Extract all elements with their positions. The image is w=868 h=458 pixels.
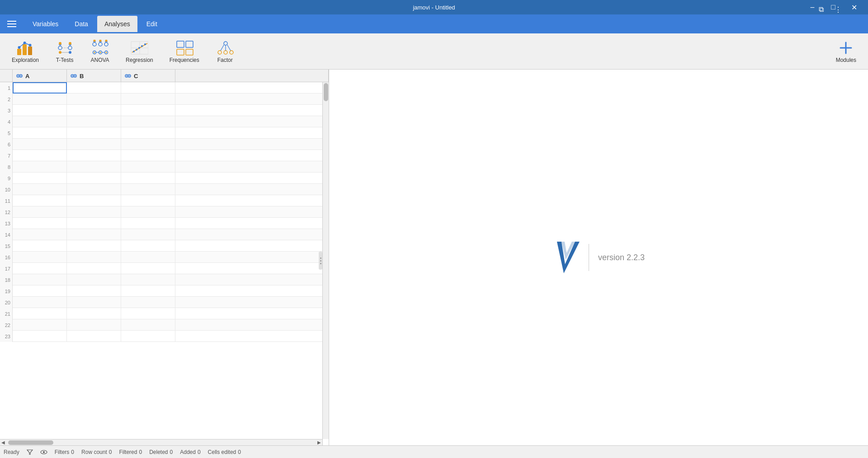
svg-point-57 xyxy=(224,51,227,54)
status-deleted: Deleted 0 xyxy=(149,449,173,455)
column-header-extra xyxy=(175,70,329,82)
toolbar-anova[interactable]: ANOVA xyxy=(84,36,116,67)
svg-point-37 xyxy=(106,51,107,53)
svg-point-47 xyxy=(141,45,143,47)
status-bar: Ready Filters 0 Row count 0 Filtered 0 D… xyxy=(0,445,868,458)
filter-icon xyxy=(27,449,33,455)
svg-rect-53 xyxy=(177,49,184,55)
svg-point-18 xyxy=(69,51,71,54)
cell-1-c[interactable] xyxy=(121,82,175,93)
table-row: 23 xyxy=(0,331,329,342)
table-row: 15 xyxy=(0,240,329,252)
cell-1-a[interactable] xyxy=(13,82,67,93)
table-row: 20 xyxy=(0,297,329,308)
svg-point-77 xyxy=(43,451,45,453)
status-ready: Ready xyxy=(4,449,19,455)
svg-rect-54 xyxy=(186,49,193,55)
hamburger-menu[interactable] xyxy=(4,16,20,32)
table-row: 4 xyxy=(0,116,329,127)
svg-point-74 xyxy=(126,75,127,76)
nominal-icon-b xyxy=(71,73,77,79)
table-row: 21 xyxy=(0,308,329,319)
menu-tab-data[interactable]: Data xyxy=(67,16,95,32)
status-filter-icon-area[interactable] xyxy=(27,449,33,455)
menu-tab-edit[interactable]: Edit xyxy=(139,16,165,32)
status-filtered: Filtered 0 xyxy=(119,449,142,455)
anova-icon xyxy=(91,40,109,56)
anova-label: ANOVA xyxy=(90,57,109,63)
status-row-count: Row count 0 xyxy=(81,449,112,455)
svg-point-48 xyxy=(144,43,146,45)
overflow-menu-icon[interactable]: ⋮ xyxy=(831,4,845,16)
split-view-icon[interactable]: ⧉ xyxy=(815,4,827,15)
toolbar-exploration[interactable]: Exploration xyxy=(5,36,45,67)
h-scrollbar-thumb[interactable] xyxy=(8,440,53,445)
toolbar-regression[interactable]: Regression xyxy=(119,36,160,67)
scrollbar-thumb[interactable] xyxy=(324,83,328,101)
table-row: 11 xyxy=(0,195,329,206)
app-title: jamovi - Untitled xyxy=(413,4,455,11)
status-added: Added 0 xyxy=(180,449,200,455)
vertical-scrollbar[interactable] xyxy=(322,82,329,439)
output-panel: version 2.2.3 xyxy=(329,70,868,445)
column-header-c[interactable]: C xyxy=(121,70,175,82)
modules-button[interactable]: Modules xyxy=(830,37,863,66)
svg-line-61 xyxy=(227,45,231,51)
table-row: 5 xyxy=(0,127,329,139)
svg-point-75 xyxy=(129,75,130,76)
version-text: version 2.2.3 xyxy=(598,253,645,262)
table-row: 12 xyxy=(0,206,329,218)
logo-divider xyxy=(589,244,589,271)
modules-plus-icon xyxy=(838,40,854,56)
menu-tab-analyses[interactable]: Analyses xyxy=(97,16,137,32)
factor-icon xyxy=(216,40,234,56)
svg-point-35 xyxy=(94,51,95,53)
close-button[interactable]: ✕ xyxy=(844,0,864,14)
column-header-a[interactable]: A xyxy=(13,70,67,82)
eye-icon xyxy=(40,449,47,455)
exploration-icon xyxy=(16,40,34,56)
svg-point-66 xyxy=(18,75,19,76)
svg-point-15 xyxy=(69,42,71,45)
h-scroll-left-arrow[interactable]: ◀ xyxy=(0,439,6,446)
row-number-header xyxy=(0,70,13,82)
svg-rect-0 xyxy=(17,49,21,55)
column-header-b[interactable]: B xyxy=(67,70,121,82)
cell-1-b[interactable] xyxy=(67,82,121,93)
cell-1-extra[interactable] xyxy=(175,82,329,93)
svg-line-59 xyxy=(221,45,224,51)
status-eye-icon-area[interactable] xyxy=(40,449,47,455)
ttests-icon xyxy=(56,40,74,56)
toolbar-frequencies[interactable]: Frequencies xyxy=(163,36,206,67)
svg-point-28 xyxy=(104,42,108,46)
factor-label: Factor xyxy=(217,57,233,63)
rows-container: 1 2 3 4 5 6 7 8 9 10 11 12 13 14 xyxy=(0,82,329,439)
svg-rect-52 xyxy=(186,41,193,47)
table-row: 17 xyxy=(0,263,329,274)
toolbar-right: Modules xyxy=(830,33,863,70)
toolbar-ttests[interactable]: T-Tests xyxy=(49,36,80,67)
menu-bar: Variables Data Analyses Edit ⧉ ⋮ xyxy=(0,14,868,33)
table-row: 16 xyxy=(0,252,329,263)
frequencies-label: Frequencies xyxy=(170,57,199,63)
toolbar-factor[interactable]: Factor xyxy=(209,36,241,67)
status-cells-edited: Cells edited 0 xyxy=(208,449,241,455)
horizontal-scrollbar[interactable]: ◀ ▶ xyxy=(0,439,323,445)
svg-point-11 xyxy=(59,42,61,45)
h-scroll-right-arrow[interactable]: ▶ xyxy=(316,439,322,446)
nominal-icon-a xyxy=(16,73,23,79)
table-row: 22 xyxy=(0,319,329,331)
title-bar: jamovi - Untitled – □ ✕ xyxy=(0,0,868,14)
main-area: A B C xyxy=(0,70,868,445)
panel-resize-handle[interactable] xyxy=(319,252,322,270)
menu-tab-variables[interactable]: Variables xyxy=(25,16,66,32)
regression-label: Regression xyxy=(126,57,153,63)
table-row: 10 xyxy=(0,184,329,195)
svg-point-36 xyxy=(100,51,101,53)
svg-rect-51 xyxy=(177,41,184,47)
table-row: 1 xyxy=(0,82,329,93)
svg-point-55 xyxy=(224,42,227,45)
table-row: 18 xyxy=(0,274,329,285)
jamovi-logo-area: version 2.2.3 xyxy=(552,239,645,276)
table-row: 14 xyxy=(0,229,329,240)
